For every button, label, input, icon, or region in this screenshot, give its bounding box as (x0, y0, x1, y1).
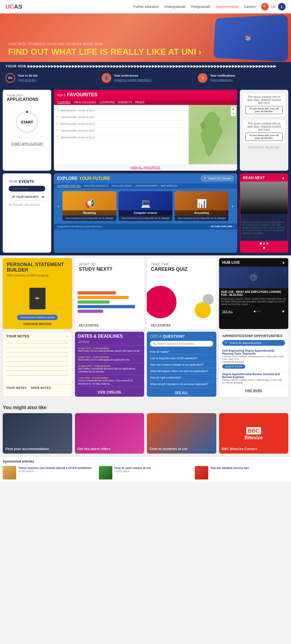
user-avatar[interactable]: L (278, 3, 286, 11)
qa-item[interactable]: How do I apply? (150, 349, 213, 355)
dot-1[interactable] (260, 242, 262, 245)
hero-title[interactable]: FIND OUT WHAT LIFE IS REALLY LIKE AT UNI… (8, 47, 202, 57)
sponsored-item-3[interactable]: Top ten student money tips (195, 466, 288, 479)
open-notes-btn[interactable]: OPEN NOTES (31, 386, 51, 389)
sponsored-item-2[interactable]: How to save money at uni UCAS article (99, 466, 192, 479)
ps-continue-btn[interactable]: CONTINUE WRITING (7, 322, 68, 325)
view-timeline-btn[interactable]: VIEW TIMELINE (98, 390, 121, 393)
open-notifications-link[interactable]: Open notifications › (210, 78, 233, 81)
quiz-get-started-btn[interactable]: GET STARTED (151, 324, 171, 326)
qa-item[interactable]: What should I include in my personal sta… (150, 381, 213, 388)
qa-item[interactable]: How can I make a change to my applicatio… (150, 362, 213, 368)
language-selector[interactable]: LN (271, 5, 275, 9)
explore-search-bar[interactable]: 🔍 Search for courses (201, 176, 234, 181)
list-item[interactable]: ♡Add favourite course to top 5 (56, 114, 186, 121)
notifications-icon: 2 (198, 73, 207, 83)
your-notes-btn[interactable]: YOUR NOTES (6, 386, 27, 389)
hub-live-chevron-up-icon[interactable]: ▲ (282, 261, 285, 264)
read-next-arrow-icon[interactable]: ▲ (281, 176, 285, 180)
nav-careers[interactable]: Careers (244, 5, 256, 9)
qa-question: QUESTION? (163, 334, 185, 338)
qa-search-bar[interactable]: 🔍 Search questions and answers (150, 341, 213, 347)
ad-btn-1[interactable]: To see these ads, turn off your ad block… (245, 106, 283, 114)
favourite-unis-dropdown[interactable]: AT YOUR FAVOURITE UNIS (9, 194, 45, 200)
search-icon[interactable]: 🔍 (261, 3, 269, 11)
read-next-card: READ NEXT ▲ UCAS CONSERVATOIRES UK conse… (240, 173, 288, 253)
tab-subjects[interactable]: SUBJECTS (118, 101, 132, 104)
app-job-addr-1: 5 Amber Court, William Armstrong Drive, … (222, 355, 285, 361)
qa-item[interactable]: What will happen when I've sent my appli… (150, 368, 213, 375)
qa-item[interactable]: Lost or forgotten your UCAS password? (150, 355, 213, 362)
favourites-map: + − (189, 105, 237, 164)
nav-undergraduate[interactable]: Undergraduate (164, 5, 186, 9)
dot-3[interactable] (266, 242, 268, 245)
start-label[interactable]: START (21, 120, 33, 124)
go-explore-btn[interactable]: GO AND EXPLORE › (210, 225, 234, 228)
apprenticeship-search[interactable]: 🔍 Search for apprenticeships (222, 340, 285, 346)
like-card-offers[interactable]: Get the latest offers (75, 413, 144, 454)
tab-courses-for-you[interactable]: COURSES FOR YOU (57, 184, 81, 187)
tab-bbc-bitesize[interactable]: BBC BITESIZE (161, 184, 178, 187)
nav-postgraduate[interactable]: Postgraduate (191, 5, 210, 9)
study-get-started-btn[interactable]: GET STARTED (79, 324, 99, 326)
find-more-btn[interactable]: FIND MORE (245, 389, 262, 392)
favourites-card: TOP 5 FAVOURITES COURSES UNI & COLLEGES … (54, 90, 237, 171)
hub-dot-1[interactable] (254, 311, 255, 312)
sponsored-item-1[interactable]: Three reasons you should attend a UCAS e… (3, 466, 96, 479)
search-events-input[interactable] (9, 186, 45, 191)
list-item[interactable]: ♡Add favourite course to top 5 (56, 121, 186, 127)
course-marketing[interactable]: 📢 Marketing View courses at your favouri… (63, 191, 116, 221)
app-apply-btn-1[interactable]: Apply for the job (222, 364, 245, 369)
qa-more-options-icon[interactable]: ··· (210, 334, 213, 338)
hub-dot-3[interactable] (259, 311, 260, 312)
tab-pages[interactable]: PAGES (135, 101, 144, 104)
stripe-3 (78, 300, 110, 304)
view-all-favourites-link[interactable]: VIEW ALL FAVOURITES (131, 166, 161, 169)
update-preferences-link[interactable]: Update for a better experience › (114, 78, 152, 81)
dot-2[interactable] (263, 242, 265, 245)
explore-footer: Suggestions are based on your favourites… (54, 224, 237, 229)
ucas-logo[interactable]: UCAS (5, 3, 22, 10)
read-next-chevron-down-icon[interactable]: ▼ (242, 246, 286, 251)
qa-items: How do I apply? Lost or forgotten your U… (147, 349, 216, 388)
explore-prev-btn[interactable]: ‹ (57, 203, 60, 209)
hub-live-chevron-down-icon[interactable]: ▼ (281, 309, 285, 314)
ad-btn-2[interactable]: To see these ads, turn off your ad block… (245, 133, 283, 141)
open-todo-link[interactable]: Open to do list › (18, 78, 37, 81)
like-card-bbc[interactable]: BBC Bitesize BBC Bitesize Careers (219, 413, 289, 454)
map-zoom-controls[interactable]: + − (231, 106, 236, 116)
tab-apprenticeships-explore[interactable]: APPRENTICESHIPS (135, 184, 158, 187)
more-options-icon[interactable]: ⋮ (283, 268, 287, 273)
qa-see-all-btn[interactable]: SEE ALL (175, 391, 188, 394)
zoom-out-icon[interactable]: − (232, 111, 234, 115)
heart-icon: ♡ (56, 108, 59, 112)
course-computer-science[interactable]: 💻 Computer science View courses at your … (119, 191, 172, 221)
hub-dot-2[interactable] (256, 311, 258, 312)
read-more-btn[interactable]: READ MORE (242, 236, 286, 239)
tab-uni-colleges[interactable]: UNI & COLLEGES (74, 101, 96, 104)
notes-more-options-icon[interactable]: ··· (65, 334, 69, 338)
start-application-btn[interactable]: START APPLICATION (11, 142, 43, 145)
notes-lines[interactable] (3, 341, 72, 384)
course-accounting[interactable]: 📊 Accounting View courses at your favour… (175, 191, 228, 221)
zoom-in-icon[interactable]: + (232, 107, 234, 111)
notes-title: YOUR NOTES (6, 334, 29, 338)
like-card-chat[interactable]: Chat to students at uni (147, 413, 216, 454)
tab-locations[interactable]: LOCATIONS (99, 101, 115, 104)
list-item[interactable]: ♡Add favourite course to top 5 (56, 127, 186, 134)
see-all-btn[interactable]: SEE ALL (222, 310, 233, 313)
list-item[interactable]: ♡Add favourite course to top 5 (56, 107, 186, 114)
like-card-accommodation[interactable]: Find your accommodation (3, 413, 72, 454)
ps-guide-btn[interactable]: View personal statement guides (17, 315, 58, 320)
heart-icon: ♡ (56, 129, 59, 132)
qa-item[interactable]: How do I get a reference? (150, 375, 213, 381)
dates-card: DATES & DEADLINES ··· UP NEXT 19 Apr 202… (75, 332, 144, 397)
tab-related-subjects[interactable]: RELATED SUBJECTS (84, 184, 108, 187)
tab-uni-colleges-explore[interactable]: UNI & COLLEGES (112, 184, 132, 187)
nav-further-education[interactable]: Further education (133, 5, 159, 9)
explore-next-btn[interactable]: › (231, 203, 234, 209)
dates-more-options-icon[interactable]: ··· (138, 334, 141, 338)
tab-courses[interactable]: COURSES (57, 101, 70, 104)
list-item[interactable]: ♡Add favourite course to top 5 (56, 134, 186, 141)
nav-apprenticeships[interactable]: Apprenticeships (216, 5, 239, 9)
